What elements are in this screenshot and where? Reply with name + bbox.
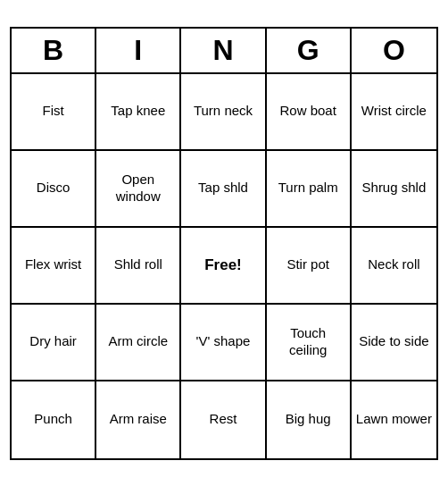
bingo-cell-2-4[interactable]: Neck roll bbox=[352, 228, 436, 305]
bingo-cell-3-1[interactable]: Arm circle bbox=[96, 305, 181, 381]
bingo-cell-4-1[interactable]: Arm raise bbox=[96, 381, 181, 458]
bingo-cell-2-2[interactable]: Free! bbox=[181, 228, 266, 305]
bingo-cell-3-2[interactable]: 'V' shape bbox=[181, 305, 266, 381]
bingo-cell-4-3[interactable]: Big hug bbox=[267, 381, 352, 458]
header-letter-G: G bbox=[267, 29, 352, 72]
bingo-cell-0-0[interactable]: Fist bbox=[12, 74, 96, 151]
bingo-card: BINGO FistTap kneeTurn neckRow boatWrist… bbox=[10, 27, 438, 460]
bingo-cell-4-2[interactable]: Rest bbox=[181, 381, 266, 458]
bingo-cell-3-3[interactable]: Touch ceiling bbox=[267, 305, 352, 381]
bingo-cell-0-1[interactable]: Tap knee bbox=[96, 74, 181, 151]
bingo-cell-2-3[interactable]: Stir pot bbox=[267, 228, 352, 305]
bingo-grid: FistTap kneeTurn neckRow boatWrist circl… bbox=[12, 74, 436, 458]
bingo-cell-0-2[interactable]: Turn neck bbox=[181, 74, 266, 151]
header-letter-B: B bbox=[12, 29, 96, 72]
bingo-header: BINGO bbox=[12, 29, 436, 74]
bingo-cell-3-0[interactable]: Dry hair bbox=[12, 305, 96, 381]
bingo-cell-4-0[interactable]: Punch bbox=[12, 381, 96, 458]
bingo-cell-0-4[interactable]: Wrist circle bbox=[352, 74, 436, 151]
bingo-cell-2-1[interactable]: Shld roll bbox=[96, 228, 181, 305]
bingo-cell-2-0[interactable]: Flex wrist bbox=[12, 228, 96, 305]
bingo-cell-0-3[interactable]: Row boat bbox=[267, 74, 352, 151]
bingo-cell-4-4[interactable]: Lawn mower bbox=[352, 381, 436, 458]
header-letter-O: O bbox=[352, 29, 436, 72]
bingo-cell-1-2[interactable]: Tap shld bbox=[181, 151, 266, 228]
bingo-cell-1-0[interactable]: Disco bbox=[12, 151, 96, 228]
bingo-cell-1-3[interactable]: Turn palm bbox=[267, 151, 352, 228]
bingo-cell-3-4[interactable]: Side to side bbox=[352, 305, 436, 381]
bingo-cell-1-4[interactable]: Shrug shld bbox=[352, 151, 436, 228]
bingo-cell-1-1[interactable]: Open window bbox=[96, 151, 181, 228]
header-letter-I: I bbox=[96, 29, 181, 72]
header-letter-N: N bbox=[181, 29, 266, 72]
